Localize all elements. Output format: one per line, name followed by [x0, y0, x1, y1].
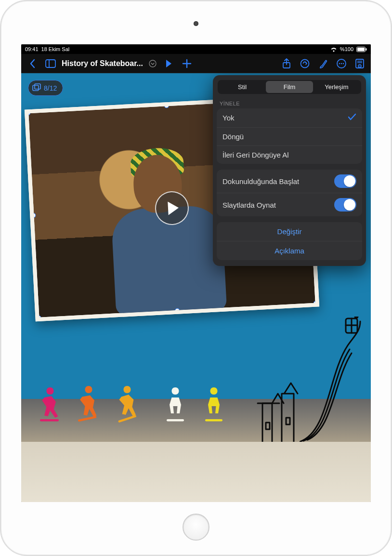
svg-rect-3 — [46, 60, 55, 67]
svg-point-7 — [301, 59, 309, 67]
checkmark-icon — [348, 113, 356, 122]
skater-graphic — [36, 382, 65, 425]
svg-rect-2 — [366, 48, 367, 51]
playback-toggles: Dokunulduğunda Başlat Slaytlarda Oynat — [217, 170, 362, 216]
svg-rect-1 — [357, 48, 365, 51]
repeat-option-label: Yok — [222, 114, 348, 122]
svg-point-9 — [339, 63, 340, 64]
svg-point-11 — [343, 63, 344, 64]
svg-rect-23 — [286, 418, 290, 424]
status-date: 18 Ekim Sal — [41, 46, 70, 52]
action-buttons: Değiştir Açıklama — [217, 222, 362, 260]
repeat-option-none[interactable]: Yok — [217, 108, 362, 127]
svg-rect-20 — [167, 419, 184, 422]
title-menu-chevron-icon[interactable] — [147, 55, 158, 72]
repeat-option-label: İleri Geri Döngüye Al — [222, 151, 356, 159]
sidebar-toggle-button[interactable] — [42, 55, 59, 72]
slide-navigator-button[interactable]: 8/12 — [28, 80, 63, 96]
svg-rect-27 — [35, 84, 40, 89]
repeat-section-header: YİNELE — [213, 96, 366, 108]
slide-canvas[interactable]: 8/12 Stil Film Yerleşim YİNELE Yok — [21, 73, 371, 502]
play-across-slides-toggle[interactable] — [334, 198, 356, 212]
doodle-ramp — [300, 317, 362, 442]
start-on-tap-label: Dokunulduğunda Başlat — [222, 177, 334, 185]
ipad-device-frame: 09:41 18 Ekim Sal %100 History of Skateb… — [0, 0, 392, 556]
presenter-notes-button[interactable] — [352, 55, 368, 72]
selection-handle[interactable] — [313, 301, 318, 306]
skater-graphic — [161, 382, 190, 425]
share-button[interactable] — [278, 55, 295, 72]
svg-rect-19 — [118, 415, 136, 423]
start-on-tap-row: Dokunulduğunda Başlat — [217, 170, 362, 193]
description-label: Açıklama — [217, 247, 362, 255]
replace-media-button[interactable]: Değiştir — [217, 222, 362, 241]
description-button[interactable]: Açıklama — [217, 241, 362, 260]
wifi-icon — [330, 47, 337, 52]
svg-point-10 — [341, 63, 342, 64]
skater-graphic — [74, 382, 103, 425]
repeat-option-label: Döngü — [222, 132, 356, 141]
replace-label: Değiştir — [217, 227, 362, 236]
play-presentation-button[interactable] — [160, 55, 177, 72]
skater-graphic — [199, 382, 228, 425]
home-button[interactable] — [183, 514, 209, 541]
app-toolbar: History of Skateboar... — [21, 54, 371, 73]
status-battery-text: %100 — [340, 46, 353, 52]
document-title[interactable]: History of Skateboar... — [62, 59, 143, 68]
status-time: 09:41 — [25, 46, 39, 52]
svg-rect-17 — [40, 419, 59, 422]
tab-film[interactable]: Film — [266, 81, 313, 93]
status-bar: 09:41 18 Ekim Sal %100 — [21, 44, 371, 54]
front-camera — [194, 21, 198, 26]
format-popover: Stil Film Yerleşim YİNELE Yok Döngü — [213, 75, 366, 266]
battery-icon — [356, 47, 367, 52]
svg-point-25 — [355, 317, 358, 318]
svg-rect-22 — [266, 423, 270, 429]
repeat-option-loop[interactable]: Döngü — [217, 127, 362, 146]
start-on-tap-toggle[interactable] — [334, 174, 356, 188]
repeat-options: Yok Döngü İleri Geri Döngüye Al — [217, 108, 362, 164]
play-across-slides-label: Slaytlarda Oynat — [222, 201, 334, 209]
animate-button[interactable] — [297, 55, 313, 72]
play-across-slides-row: Slaytlarda Oynat — [217, 193, 362, 216]
tab-style[interactable]: Stil — [219, 81, 266, 93]
tab-layout[interactable]: Yerleşim — [313, 81, 360, 93]
selection-handle[interactable] — [175, 308, 180, 313]
svg-rect-26 — [33, 85, 39, 91]
format-tabs: Stil Film Yerleşim — [218, 80, 361, 94]
svg-rect-18 — [78, 416, 97, 422]
repeat-option-bounce[interactable]: İleri Geri Döngüye Al — [217, 146, 362, 164]
svg-rect-21 — [205, 419, 222, 422]
format-paintbrush-button[interactable] — [315, 55, 331, 72]
svg-rect-12 — [356, 59, 364, 68]
slide-counter: 8/12 — [44, 84, 57, 92]
selection-handle[interactable] — [36, 316, 41, 321]
svg-point-5 — [149, 60, 156, 67]
slides-icon — [32, 83, 41, 93]
add-button[interactable] — [179, 55, 195, 72]
more-button[interactable] — [333, 55, 350, 72]
back-button[interactable] — [24, 55, 40, 72]
skater-graphic — [113, 382, 142, 425]
svg-point-14 — [359, 66, 360, 66]
screen: 09:41 18 Ekim Sal %100 History of Skateb… — [21, 44, 371, 502]
